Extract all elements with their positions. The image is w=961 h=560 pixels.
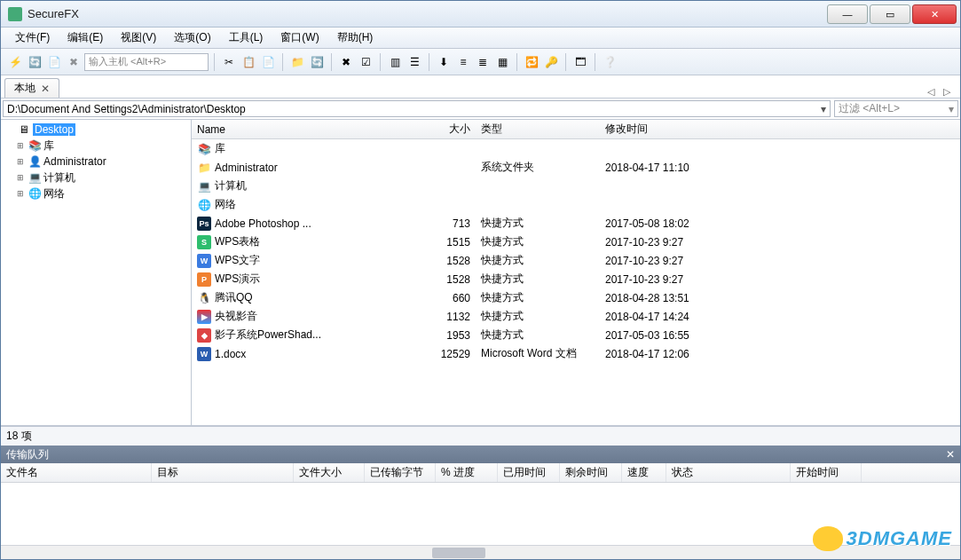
transfer-down-icon[interactable]: ⬇ — [435, 53, 453, 71]
tree-item-0[interactable]: 🖥Desktop — [1, 122, 191, 138]
tree-label: Administrator — [43, 155, 106, 168]
tree-expander-icon[interactable]: ⊞ — [15, 173, 26, 182]
sync-icon[interactable]: 🔁 — [523, 53, 540, 71]
view-list-icon[interactable]: ☰ — [406, 53, 423, 71]
file-row[interactable]: 🐧腾讯QQ660快捷方式2018-04-28 13:51 — [192, 288, 960, 307]
menu-item-1[interactable]: 编辑(E) — [60, 27, 110, 49]
queue-close-icon[interactable]: ✕ — [946, 448, 955, 461]
queue-col-7[interactable]: 速度 — [622, 463, 666, 482]
paste-icon[interactable]: 📄 — [259, 53, 277, 71]
tool-disconnect-icon[interactable]: ✖ — [65, 53, 83, 71]
delete-icon[interactable]: ✖ — [337, 53, 355, 71]
file-name: Adobe Photoshop ... — [215, 217, 311, 230]
tree-item-1[interactable]: ⊞📚库 — [1, 138, 191, 154]
status-text: 18 项 — [6, 429, 32, 444]
file-type — [476, 177, 600, 195]
main: 🖥Desktop⊞📚库⊞👤Administrator⊞💻计算机⊞🌐网络 Name… — [1, 120, 960, 559]
transfer-type1-icon[interactable]: ≡ — [454, 53, 472, 71]
menu-item-3[interactable]: 选项(O) — [167, 27, 217, 49]
menu-item-5[interactable]: 窗口(W) — [273, 27, 326, 49]
col-size[interactable]: 大小 — [422, 120, 476, 138]
menu-item-0[interactable]: 文件(F) — [8, 27, 57, 49]
file-size: 1528 — [422, 251, 476, 270]
queue-icon[interactable]: ▦ — [493, 53, 511, 71]
tab-close-icon[interactable]: ✕ — [41, 83, 50, 95]
watermark: 3DMGAME — [813, 526, 952, 551]
tool-quickconnect-icon[interactable]: ⚡ — [6, 53, 24, 71]
col-mod[interactable]: 修改时间 — [600, 120, 733, 138]
tree-expander-icon[interactable]: ⊞ — [15, 189, 26, 198]
window-title: SecureFX — [28, 7, 827, 20]
file-icon: S — [197, 235, 211, 249]
col-name[interactable]: Name — [192, 120, 422, 138]
queue-col-1[interactable]: 目标 — [152, 463, 294, 482]
tree-expander-icon[interactable]: ⊞ — [15, 141, 26, 150]
tool-session-icon[interactable]: 📄 — [45, 53, 63, 71]
view-details-icon[interactable]: ▥ — [386, 53, 404, 71]
scrollbar-thumb[interactable] — [432, 548, 485, 558]
cut-icon[interactable]: ✂ — [220, 53, 238, 71]
queue-col-6[interactable]: 剩余时间 — [560, 463, 622, 482]
filter-dropdown-icon[interactable]: ▾ — [949, 103, 954, 115]
tab-local[interactable]: 本地 ✕ — [4, 78, 59, 98]
tool-reconnect-icon[interactable]: 🔄 — [26, 53, 43, 71]
help-icon[interactable]: ❔ — [601, 53, 618, 71]
file-row[interactable]: W1.docx12529Microsoft Word 文档2018-04-17 … — [192, 344, 960, 363]
queue-col-9[interactable]: 开始时间 — [791, 463, 862, 482]
file-row[interactable]: PWPS演示1528快捷方式2017-10-23 9:27 — [192, 270, 960, 288]
file-row[interactable]: 📁Administrator系统文件夹2018-04-17 11:10 — [192, 158, 960, 177]
col-rest[interactable] — [733, 120, 960, 138]
tree-item-3[interactable]: ⊞💻计算机 — [1, 170, 191, 185]
file-mod: 2017-05-03 16:55 — [600, 326, 733, 344]
queue-col-2[interactable]: 文件大小 — [294, 463, 365, 482]
file-row[interactable]: WWPS文字1528快捷方式2017-10-23 9:27 — [192, 251, 960, 270]
tree-expander-icon[interactable]: ⊞ — [15, 157, 26, 166]
file-row[interactable]: ▶央视影音1132快捷方式2018-04-17 14:24 — [192, 307, 960, 326]
file-row[interactable]: SWPS表格1515快捷方式2017-10-23 9:27 — [192, 233, 960, 251]
host-input[interactable]: 输入主机 <Alt+R> — [84, 53, 209, 71]
queue-col-0[interactable]: 文件名 — [1, 463, 152, 482]
file-row[interactable]: 💻计算机 — [192, 177, 960, 195]
file-row[interactable]: ◆影子系统PowerShad...1953快捷方式2017-05-03 16:5… — [192, 326, 960, 344]
file-icon: 📚 — [197, 142, 211, 156]
statusbar: 18 项 — [1, 426, 960, 446]
tree-item-2[interactable]: ⊞👤Administrator — [1, 154, 191, 170]
queue-col-5[interactable]: 已用时间 — [498, 463, 560, 482]
props-icon[interactable]: ☑ — [357, 53, 374, 71]
tab-next-icon[interactable]: ▷ — [941, 86, 953, 98]
watermark-icon — [813, 526, 843, 551]
file-icon: ▶ — [197, 310, 211, 324]
newfolder-icon[interactable]: 📁 — [288, 53, 306, 71]
col-type[interactable]: 类型 — [476, 120, 600, 138]
queue-col-3[interactable]: 已传输字节 — [365, 463, 436, 482]
menu-item-2[interactable]: 视图(V) — [114, 27, 163, 49]
tree-label: 计算机 — [43, 170, 75, 185]
key-icon[interactable]: 🔑 — [542, 53, 560, 71]
minimize-button[interactable]: — — [827, 4, 868, 24]
menu-item-6[interactable]: 帮助(H) — [330, 27, 381, 49]
queue-col-8[interactable]: 状态 — [666, 463, 791, 482]
file-type: 快捷方式 — [476, 326, 600, 344]
path-dropdown-icon[interactable]: ▾ — [821, 103, 826, 115]
filter-input[interactable]: 过滤 <Alt+L> ▾ — [834, 100, 958, 117]
log-icon[interactable]: 🗔 — [571, 53, 589, 71]
file-row[interactable]: 🌐网络 — [192, 195, 960, 214]
menu-item-4[interactable]: 工具(L) — [222, 27, 271, 49]
close-button[interactable]: ✕ — [912, 4, 957, 24]
path-input[interactable]: D:\Document And Settings2\Administrator\… — [3, 100, 831, 117]
tab-prev-icon[interactable]: ◁ — [925, 86, 937, 98]
file-mod — [600, 177, 733, 195]
file-icon: 🌐 — [197, 198, 211, 212]
copy-icon[interactable]: 📋 — [240, 53, 257, 71]
maximize-button[interactable]: ▭ — [870, 4, 910, 24]
queue-col-4[interactable]: % 进度 — [436, 463, 498, 482]
file-size — [422, 195, 476, 214]
file-row[interactable]: 📚库 — [192, 139, 960, 158]
transfer-type2-icon[interactable]: ≣ — [474, 53, 492, 71]
tree-item-4[interactable]: ⊞🌐网络 — [1, 185, 191, 201]
file-list: Name 大小 类型 修改时间 📚库📁Administrator系统文件夹201… — [192, 120, 960, 425]
refresh-icon[interactable]: 🔄 — [308, 53, 326, 71]
file-size: 713 — [422, 214, 476, 233]
file-mod: 2018-04-17 11:10 — [600, 158, 733, 177]
file-row[interactable]: PsAdobe Photoshop ...713快捷方式2017-05-08 1… — [192, 214, 960, 233]
